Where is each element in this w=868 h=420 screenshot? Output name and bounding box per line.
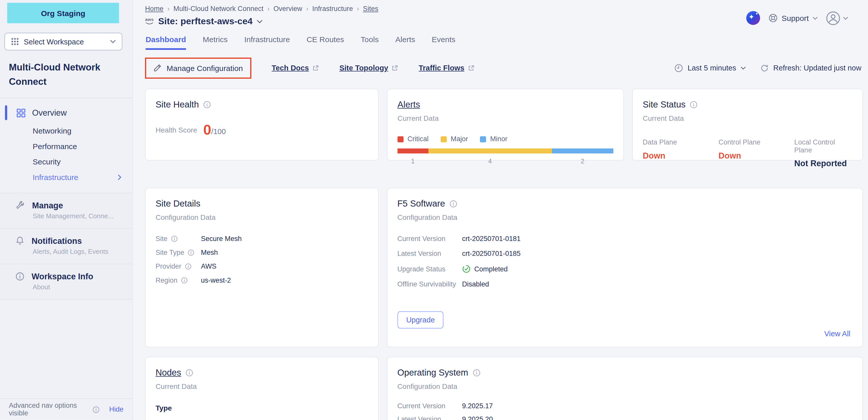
sidebar-item-manage[interactable]: Manage Site Management, Conne...	[0, 193, 132, 228]
legend-swatch	[398, 136, 404, 142]
bar-segment-critical[interactable]	[398, 148, 428, 153]
bar-segment-minor[interactable]	[552, 148, 613, 153]
bar-segment-major[interactable]	[428, 148, 552, 153]
detail-row-site-type: Site Type Mesh	[156, 249, 368, 256]
alerts-card-title-link[interactable]: Alerts	[398, 100, 420, 110]
sidebar-item-label: Manage	[32, 201, 63, 210]
info-circle-icon[interactable]	[450, 200, 457, 208]
health-score-label: Health Score	[156, 125, 197, 134]
sidebar-nav: Overview Networking Performance Security…	[0, 98, 132, 185]
pencil-icon	[153, 64, 162, 72]
view-all-link[interactable]: View All	[825, 330, 850, 338]
sidebar-item-sublabel: Site Management, Conne...	[33, 212, 123, 220]
site-details-card: Site Details Configuration Data Site Sec…	[145, 188, 378, 348]
sidebar: Org Staging Select Workspace Multi-Cloud…	[0, 0, 133, 420]
workspace-selector[interactable]: Select Workspace	[4, 33, 122, 50]
external-link-icon	[312, 65, 319, 71]
breadcrumb-item[interactable]: Overview	[274, 5, 302, 13]
tech-docs-link[interactable]: Tech Docs	[272, 64, 319, 72]
account-menu[interactable]	[826, 11, 848, 25]
info-circle-icon[interactable]	[181, 277, 188, 284]
breadcrumb-separator: ›	[357, 5, 359, 13]
check-circle-icon	[462, 265, 470, 273]
info-circle-icon[interactable]	[690, 101, 698, 109]
nodes-card-title-link[interactable]: Nodes	[156, 368, 181, 378]
detail-row-region: Region us-west-2	[156, 276, 368, 284]
bar-segment-count: 4	[428, 157, 552, 165]
legend-item[interactable]: Major	[441, 135, 468, 143]
breadcrumb-home[interactable]: Home	[145, 5, 163, 13]
tab-bar: Dashboard Metrics Infrastructure CE Rout…	[145, 35, 861, 50]
org-banner[interactable]: Org Staging	[7, 3, 119, 23]
breadcrumb-item[interactable]: Multi-Cloud Network Connect	[174, 5, 264, 13]
tab-alerts[interactable]: Alerts	[395, 35, 415, 50]
manage-configuration-button[interactable]: Manage Configuration	[145, 57, 251, 79]
info-circle-icon[interactable]	[93, 406, 100, 413]
site-health-card: Site Health Health Score 0 /100	[145, 89, 379, 160]
external-link-icon	[468, 65, 474, 71]
card-title: Site Health	[156, 100, 199, 110]
wrench-icon	[16, 201, 25, 210]
sparkle-icon: ✦	[748, 13, 754, 21]
grid-dots-icon	[11, 38, 19, 46]
health-score-max: /100	[211, 127, 226, 136]
card-title: F5 Software	[397, 199, 445, 209]
info-circle-icon[interactable]	[203, 101, 211, 109]
os-latest-version-row: Latest Version 9.2025.20	[397, 415, 852, 420]
site-topology-link[interactable]: Site Topology	[339, 64, 398, 72]
legend-item[interactable]: Critical	[398, 135, 429, 143]
sidebar-item-security[interactable]: Security	[0, 154, 132, 170]
info-circle-icon[interactable]	[171, 235, 177, 242]
info-circle-icon[interactable]	[472, 369, 480, 377]
upgrade-button[interactable]: Upgrade	[397, 311, 444, 328]
bar-segment-count: 2	[552, 157, 613, 165]
sidebar-item-workspace-info[interactable]: Workspace Info About	[0, 264, 132, 300]
sidebar-item-infrastructure[interactable]: Infrastructure	[0, 170, 132, 185]
hide-nav-button[interactable]: Hide	[109, 406, 123, 413]
breadcrumb-item[interactable]: Infrastructure	[312, 5, 353, 13]
info-circle-icon[interactable]	[185, 369, 193, 377]
card-subtitle: Current Data	[398, 114, 613, 123]
sidebar-item-label: Networking	[33, 126, 71, 135]
info-circle-icon[interactable]	[188, 249, 194, 256]
support-menu[interactable]: Support	[768, 13, 817, 23]
tab-tools[interactable]: Tools	[361, 35, 379, 50]
external-link-icon	[392, 65, 398, 71]
card-subtitle: Configuration Data	[156, 213, 368, 221]
control-plane-status: Control Plane Down	[718, 139, 794, 168]
sidebar-item-label: Infrastructure	[33, 173, 78, 182]
breadcrumb-sites[interactable]: Sites	[363, 5, 378, 13]
alerts-legend: CriticalMajorMinor	[398, 135, 613, 143]
tab-ce-routes[interactable]: CE Routes	[306, 35, 344, 50]
active-indicator	[5, 105, 7, 120]
tab-metrics[interactable]: Metrics	[203, 35, 227, 50]
lifebuoy-icon	[768, 13, 778, 23]
card-title: Site Status	[643, 100, 686, 110]
breadcrumb-separator: ›	[268, 5, 270, 13]
refresh-button[interactable]: Refresh: Updated just now	[760, 63, 861, 72]
app-window: Org Staging Select Workspace Multi-Cloud…	[0, 0, 868, 420]
legend-item[interactable]: Minor	[480, 135, 507, 143]
card-subtitle: Current Data	[643, 114, 852, 123]
nodes-type-header: Type	[156, 404, 368, 412]
tab-infrastructure[interactable]: Infrastructure	[244, 35, 290, 50]
sidebar-item-overview[interactable]: Overview	[0, 106, 132, 119]
bell-icon	[16, 236, 25, 245]
traffic-flows-link[interactable]: Traffic Flows	[419, 64, 474, 72]
legend-swatch	[441, 136, 447, 142]
f5-latest-version-row: Latest Version crt-20250701-0185	[397, 250, 852, 258]
info-circle-icon[interactable]	[185, 263, 191, 270]
sidebar-item-networking[interactable]: Networking	[0, 123, 132, 139]
site-status-card: Site Status Current Data Data Plane Down…	[632, 89, 863, 160]
overview-grid-icon	[17, 108, 26, 117]
tab-events[interactable]: Events	[432, 35, 456, 50]
tab-dashboard[interactable]: Dashboard	[146, 35, 186, 50]
data-plane-status: Data Plane Down	[643, 139, 718, 168]
card-title: Operating System	[397, 368, 468, 378]
sidebar-item-notifications[interactable]: Notifications Alerts, Audit Logs, Events	[0, 228, 132, 264]
sidebar-item-performance[interactable]: Performance	[0, 139, 132, 154]
breadcrumb-separator: ›	[167, 5, 170, 13]
chevron-down-icon[interactable]	[257, 20, 262, 23]
time-range-selector[interactable]: Last 5 minutes	[674, 63, 746, 72]
ai-assistant-button[interactable]: ✦ ✦	[746, 11, 760, 25]
